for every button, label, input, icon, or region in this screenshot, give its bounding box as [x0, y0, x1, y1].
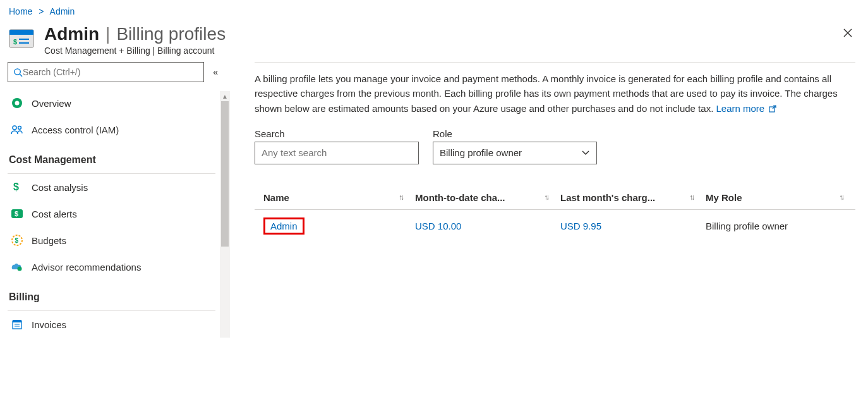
svg-text:$: $: [15, 210, 18, 217]
page-header: $ Admin | Billing profiles Cost Manageme…: [0, 21, 868, 62]
billing-account-icon: $: [8, 27, 35, 51]
close-icon: [843, 28, 853, 38]
column-name[interactable]: Name ↑↓: [263, 192, 415, 203]
people-icon: [10, 125, 24, 135]
svg-point-12: [18, 126, 21, 130]
sidebar-search-box[interactable]: [8, 62, 204, 82]
svg-rect-20: [13, 320, 21, 322]
role-value: Billing profile owner: [706, 221, 788, 231]
dollar-icon: $: [10, 181, 24, 193]
chevron-double-left-icon: «: [213, 67, 218, 77]
external-link-icon: [768, 102, 777, 117]
close-button[interactable]: [839, 24, 857, 45]
page-subtitle: Cost Management + Billing | Billing acco…: [44, 46, 226, 56]
sort-icon: ↑↓: [399, 193, 402, 202]
nav-budgets[interactable]: $ Budgets: [8, 227, 224, 254]
nav-access-control-label: Access control (IAM): [32, 125, 119, 135]
column-role-label: My Role: [706, 192, 742, 203]
column-last-month[interactable]: Last month's charg... ↑↓: [560, 192, 706, 203]
page-title-sub: Billing profiles: [116, 24, 226, 44]
learn-more-link[interactable]: Learn more: [716, 103, 777, 114]
nav-advisor[interactable]: Advisor recommendations: [8, 254, 224, 280]
table-row: Admin USD 10.00 USD 9.95 Billing profile…: [255, 210, 855, 242]
main-divider: [255, 62, 855, 63]
breadcrumb-home[interactable]: Home: [9, 6, 32, 16]
sidebar-search-input[interactable]: [23, 67, 198, 77]
profile-name-link[interactable]: Admin: [263, 217, 304, 235]
nav-invoices-label: Invoices: [32, 319, 66, 330]
svg-point-7: [15, 68, 20, 74]
role-select-value: Billing profile owner: [440, 147, 522, 158]
nav-budgets-label: Budgets: [32, 235, 66, 246]
month-to-date-value[interactable]: USD 10.00: [415, 221, 474, 231]
nav-cost-analysis-label: Cost analysis: [32, 182, 88, 193]
invoices-icon: [10, 319, 24, 329]
sort-icon: ↑↓: [544, 193, 548, 202]
svg-rect-1: [9, 30, 33, 35]
page-title-main: Admin: [44, 24, 99, 44]
nav-access-control[interactable]: Access control (IAM): [8, 116, 224, 143]
advisor-icon: [10, 262, 24, 272]
svg-line-8: [20, 74, 22, 77]
svg-text:$: $: [13, 181, 19, 192]
main-content: A billing profile lets you manage your i…: [224, 62, 868, 338]
nav-advisor-label: Advisor recommendations: [32, 262, 141, 272]
nav-section-billing: Billing: [8, 280, 224, 307]
profiles-table: Name ↑↓ Month-to-date cha... ↑↓ Last mon…: [255, 192, 855, 242]
scrollbar-thumb[interactable]: [221, 101, 229, 247]
svg-text:$: $: [13, 38, 17, 46]
breadcrumb-admin[interactable]: Admin: [50, 6, 75, 16]
sidebar-scrollbar[interactable]: ▲: [220, 91, 230, 338]
sidebar: « Overview Access control (IAM) Cost Man…: [0, 62, 224, 338]
last-month-value[interactable]: USD 9.95: [560, 221, 614, 231]
table-header: Name ↑↓ Month-to-date cha... ↑↓ Last mon…: [255, 192, 855, 210]
page-title-separator: |: [105, 24, 110, 44]
column-month-to-date[interactable]: Month-to-date cha... ↑↓: [415, 192, 560, 203]
nav-cost-alerts[interactable]: $ Cost alerts: [8, 200, 224, 227]
chevron-down-icon: [581, 147, 590, 158]
column-last-label: Last month's charg...: [560, 192, 655, 203]
svg-point-10: [15, 101, 20, 106]
intro-text: A billing profile lets you manage your i…: [255, 71, 848, 117]
role-label: Role: [433, 128, 597, 139]
svg-point-18: [18, 267, 22, 271]
sort-icon: ↑↓: [839, 193, 843, 202]
dollar-badge-icon: $: [10, 209, 24, 219]
overview-icon: [10, 97, 24, 109]
column-role[interactable]: My Role ↑↓: [706, 192, 855, 203]
breadcrumb-separator: >: [39, 6, 44, 16]
nav-invoices[interactable]: Invoices: [8, 311, 224, 338]
column-name-label: Name: [263, 192, 289, 203]
role-select[interactable]: Billing profile owner: [433, 142, 597, 164]
nav-cost-alerts-label: Cost alerts: [32, 209, 77, 219]
search-label: Search: [255, 128, 419, 139]
sort-icon: ↑↓: [689, 193, 693, 202]
nav-section-cost-management: Cost Management: [8, 143, 224, 169]
svg-text:$: $: [15, 237, 19, 244]
budgets-icon: $: [10, 235, 24, 246]
nav-cost-analysis[interactable]: $ Cost analysis: [8, 174, 224, 200]
nav-overview[interactable]: Overview: [8, 90, 224, 116]
search-input[interactable]: [255, 142, 419, 164]
column-mtd-label: Month-to-date cha...: [415, 192, 505, 203]
search-icon: [13, 68, 23, 77]
svg-point-11: [13, 126, 16, 130]
nav-overview-label: Overview: [32, 98, 71, 109]
breadcrumb: Home > Admin: [0, 0, 868, 21]
scroll-up-icon: ▲: [220, 91, 230, 101]
sidebar-collapse-button[interactable]: «: [210, 64, 220, 80]
